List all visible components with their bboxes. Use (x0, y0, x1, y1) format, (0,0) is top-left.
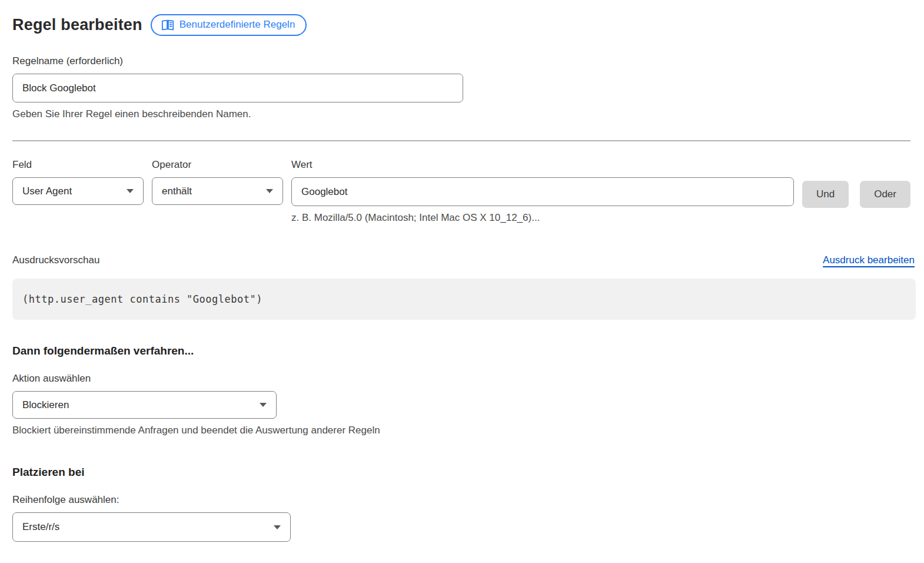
edit-rule-page: Regel bearbeiten Benutzerdefinierte Rege… (0, 0, 924, 542)
chevron-down-icon (127, 189, 134, 193)
expression-code: (http.user_agent contains "Googlebot") (22, 293, 262, 305)
custom-rules-badge[interactable]: Benutzerdefinierte Regeln (151, 14, 307, 36)
field-label: Feld (12, 159, 144, 171)
page-title: Regel bearbeiten (12, 16, 142, 34)
value-column: Wert z. B. Mozilla/5.0 (Macintosh; Intel… (291, 159, 794, 224)
rule-name-section: Regelname (erforderlich) Geben Sie Ihrer… (12, 55, 911, 120)
section-divider (12, 140, 910, 141)
operator-label: Operator (152, 159, 283, 171)
or-button[interactable]: Oder (860, 181, 910, 208)
action-select-value: Blockieren (22, 399, 69, 411)
chevron-down-icon (260, 403, 267, 407)
order-select[interactable]: Erste/r/s (12, 512, 291, 542)
rule-name-help: Geben Sie Ihrer Regel einen beschreibend… (12, 108, 911, 120)
value-input[interactable] (291, 177, 794, 206)
operator-select[interactable]: enthält (152, 177, 283, 205)
field-select-value: User Agent (22, 186, 72, 197)
open-book-icon (161, 19, 174, 31)
page-header: Regel bearbeiten Benutzerdefinierte Rege… (12, 14, 911, 36)
field-column: Feld User Agent (12, 159, 144, 205)
rule-name-label: Regelname (erforderlich) (12, 55, 911, 67)
action-help: Blockiert übereinstimmende Anfragen und … (12, 425, 911, 436)
expression-preview-label: Ausdrucksvorschau (12, 254, 99, 266)
edit-expression-link[interactable]: Ausdruck bearbeiten (823, 254, 915, 266)
order-label: Reihenfolge auswählen: (12, 494, 911, 506)
operator-select-value: enthält (162, 186, 192, 197)
action-label: Aktion auswählen (12, 373, 911, 385)
action-heading: Dann folgendermaßen verfahren... (12, 345, 911, 357)
placement-heading: Platzieren bei (12, 466, 911, 479)
chevron-down-icon (274, 525, 281, 529)
placement-section: Platzieren bei Reihenfolge auswählen: Er… (12, 466, 911, 542)
conjunction-buttons: Und Oder (802, 181, 910, 208)
expression-section: Ausdrucksvorschau Ausdruck bearbeiten (h… (12, 254, 911, 320)
value-help: z. B. Mozilla/5.0 (Macintosh; Intel Mac … (291, 212, 794, 224)
rule-name-input[interactable] (12, 74, 463, 102)
expression-code-box: (http.user_agent contains "Googlebot") (12, 279, 916, 320)
action-section: Dann folgendermaßen verfahren... Aktion … (12, 345, 911, 436)
order-select-value: Erste/r/s (22, 521, 59, 533)
and-button[interactable]: Und (802, 181, 849, 208)
condition-row: Feld User Agent Operator enthält Wert z.… (12, 159, 911, 224)
expression-header: Ausdrucksvorschau Ausdruck bearbeiten (12, 254, 915, 266)
action-select[interactable]: Blockieren (12, 391, 277, 419)
field-select[interactable]: User Agent (12, 177, 144, 205)
value-label: Wert (291, 159, 794, 171)
chevron-down-icon (266, 189, 273, 193)
custom-rules-badge-label: Benutzerdefinierte Regeln (180, 19, 295, 31)
operator-column: Operator enthält (152, 159, 283, 205)
